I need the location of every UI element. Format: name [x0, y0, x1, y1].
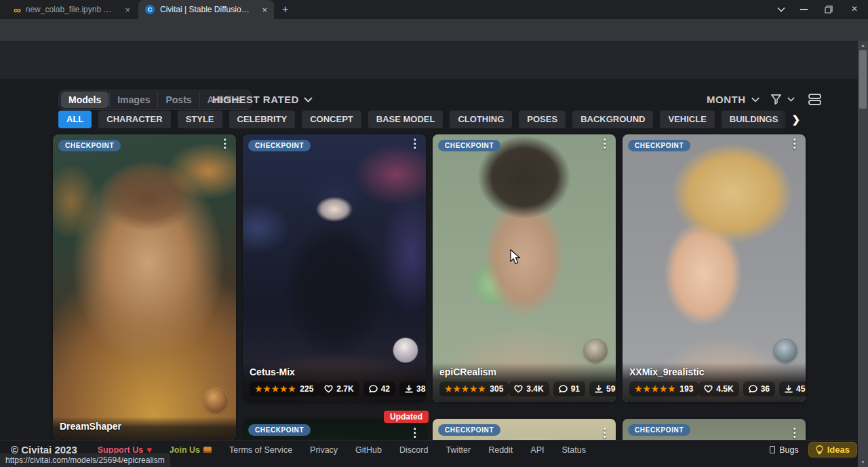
category-chip-row: ALL CHARACTER STYLE CELEBRITY CONCEPT BA… [58, 111, 799, 128]
new-tab-button[interactable]: + [282, 3, 288, 16]
model-type-badge: CHECKPOINT [438, 424, 500, 436]
comments-chip[interactable]: 42 [363, 381, 395, 396]
model-card-row2-2[interactable]: CHECKPOINT ⋮ [433, 419, 616, 440]
chip-concept[interactable]: CONCEPT [302, 111, 361, 128]
downloads-chip[interactable]: 38K [399, 381, 426, 396]
footer-link-status[interactable]: Status [561, 445, 585, 455]
comments-chip[interactable]: 36 [743, 381, 775, 396]
tab-title: new_colab_file.ipynb - Colaborat [26, 5, 114, 14]
footer-link-privacy[interactable]: Privacy [310, 445, 338, 455]
rating-chip: ★★★★★305 [439, 381, 509, 396]
chevron-down-icon[interactable] [751, 97, 760, 102]
creator-avatar[interactable] [773, 338, 797, 362]
ideas-label: Ideas [827, 445, 850, 455]
tab-search-chevron-icon[interactable] [777, 7, 785, 12]
model-type-badge: CHECKPOINT [628, 424, 690, 436]
footer-link-reddit[interactable]: Reddit [488, 445, 513, 455]
period-dropdown[interactable]: MONTH [707, 94, 746, 105]
likes-chip[interactable]: 4.5K [698, 381, 738, 396]
sort-label: HIGHEST RATED [212, 94, 299, 105]
sort-dropdown[interactable]: HIGHEST RATED [212, 94, 313, 105]
restore-button[interactable] [825, 5, 833, 14]
tab-close-icon[interactable]: × [262, 5, 267, 15]
heart-icon [514, 385, 523, 393]
heart-icon [704, 385, 713, 393]
model-card-row2-1[interactable]: Updated CHECKPOINT ⋮ [243, 419, 426, 440]
creator-avatar[interactable] [393, 338, 418, 362]
minimize-button[interactable] [800, 9, 808, 10]
footer-link-api[interactable]: API [530, 445, 544, 455]
heart-icon [324, 385, 333, 393]
tab-images[interactable]: Images [109, 92, 157, 108]
tab-posts[interactable]: Posts [157, 92, 199, 108]
bugs-link[interactable]: Bugs [770, 445, 799, 455]
likes-count: 2.7K [336, 384, 353, 394]
card-stats: ★★★★★193 4.5K 36 45K [629, 381, 799, 396]
main-content: Models Images Posts Articles HIGHEST RAT… [0, 80, 858, 440]
card-menu-icon[interactable]: ⋮ [409, 138, 420, 149]
chip-character[interactable]: CHARACTER [98, 111, 170, 128]
card-menu-icon[interactable]: ⋮ [409, 427, 420, 438]
mouse-cursor [509, 249, 521, 265]
tab-models[interactable]: Models [61, 92, 108, 108]
scrollbar-thumb[interactable] [859, 50, 867, 109]
browser-tab-colab[interactable]: ∞ new_colab_file.ipynb - Colaborat × [8, 0, 136, 19]
downloads-chip[interactable]: 59K [589, 381, 616, 396]
close-window-button[interactable]: ✕ [851, 5, 858, 13]
card-menu-icon[interactable]: ⋮ [219, 138, 231, 149]
chip-clothing[interactable]: CLOTHING [450, 111, 512, 128]
status-url-bubble: https://civitai.com/models/25694/epicrea… [0, 453, 170, 467]
chevron-down-icon[interactable] [787, 97, 795, 102]
likes-count: 4.5K [716, 384, 733, 394]
footer-link-terms[interactable]: Terms of Service [229, 445, 292, 455]
footer-link-discord[interactable]: Discord [399, 445, 428, 455]
model-card-dreamshaper[interactable]: CHECKPOINT ⋮ DreamShaper [53, 134, 236, 440]
ideas-button[interactable]: Ideas [808, 442, 857, 457]
card-overlay: DreamShaper [53, 417, 236, 440]
model-card-xxmix9realistic[interactable]: CHECKPOINT ⋮ XXMix_9realistic ★★★★★193 4… [623, 134, 806, 402]
card-menu-icon[interactable]: ⋮ [789, 427, 800, 438]
layout-toggle-icon[interactable] [808, 94, 821, 105]
filter-funnel-icon[interactable] [770, 94, 782, 105]
likes-chip[interactable]: 2.7K [319, 381, 359, 396]
card-menu-icon[interactable]: ⋮ [599, 138, 610, 149]
chip-all[interactable]: ALL [58, 111, 92, 128]
model-card-epicrealism[interactable]: CHECKPOINT ⋮ epiCRealism ★★★★★305 3.4K 9… [433, 134, 616, 402]
creator-avatar[interactable] [583, 338, 608, 362]
chevron-down-icon [304, 97, 313, 102]
scrollbar-down-arrow[interactable]: ▼ [858, 459, 868, 466]
chip-poses[interactable]: POSES [519, 111, 566, 128]
model-card-row2-3[interactable]: CHECKPOINT ⋮ [623, 419, 806, 440]
chip-buildings[interactable]: BUILDINGS [722, 111, 787, 128]
filter-controls: MONTH [707, 94, 821, 105]
chip-background[interactable]: BACKGROUND [572, 111, 653, 128]
model-title: epiCRealism [439, 367, 609, 377]
rating-chip: ★★★★★193 [629, 381, 698, 396]
tab-close-icon[interactable]: × [125, 5, 130, 15]
creator-avatar[interactable] [203, 388, 228, 413]
chip-style[interactable]: STYLE [178, 111, 222, 128]
card-menu-icon[interactable]: ⋮ [599, 427, 610, 438]
card-menu-icon[interactable]: ⋮ [789, 138, 800, 149]
star-rating-icon: ★★★★★ [635, 384, 676, 394]
downloads-count: 59K [606, 384, 616, 394]
lightbulb-icon [816, 445, 823, 455]
page-scrollbar[interactable]: ▲ ▼ [858, 41, 868, 467]
model-card-cetus-mix[interactable]: CHECKPOINT ⋮ Cetus-Mix ★★★★★225 2.7K 42 … [243, 134, 426, 402]
browser-tab-strip: ∞ new_colab_file.ipynb - Colaborat × C C… [0, 0, 868, 19]
chip-vehicle[interactable]: VEHICLE [660, 111, 714, 128]
scrollbar-up-arrow[interactable]: ▲ [858, 42, 868, 49]
likes-chip[interactable]: 3.4K [509, 381, 549, 396]
chip-base-model[interactable]: BASE MODEL [368, 111, 443, 128]
chips-scroll-right-chevron[interactable]: ❯ [778, 111, 800, 128]
comments-chip[interactable]: 91 [553, 381, 585, 396]
browser-tab-civitai[interactable]: C Civitai | Stable Diffusion models, × [138, 0, 274, 19]
footer-link-twitter[interactable]: Twitter [446, 445, 471, 455]
colab-icon: ∞ [14, 5, 21, 15]
downloads-chip[interactable]: 45K [779, 381, 806, 396]
join-us-link[interactable]: Join Us [170, 445, 212, 455]
join-us-label: Join Us [170, 445, 200, 455]
chip-celebrity[interactable]: CELEBRITY [229, 111, 296, 128]
rating-chip: ★★★★★225 [250, 381, 319, 396]
footer-link-github[interactable]: GitHub [355, 445, 382, 455]
